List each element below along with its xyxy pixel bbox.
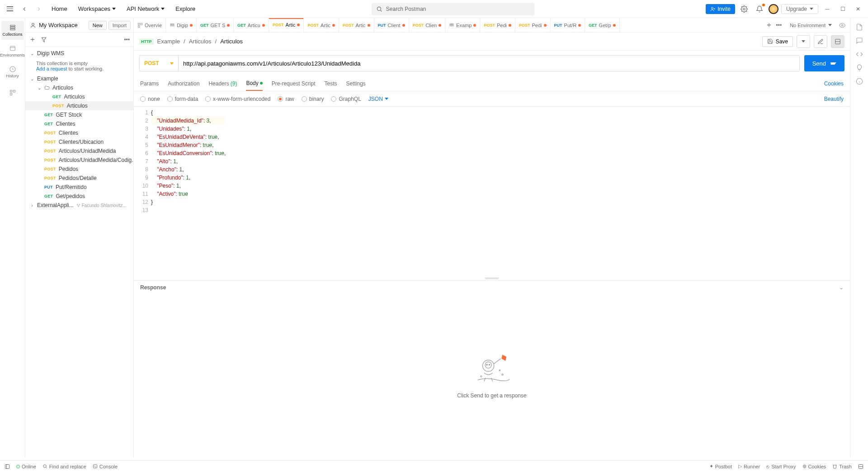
workspace-selector[interactable]: My Workspace [25,22,82,28]
new-button[interactable]: New [89,21,107,30]
request-row[interactable]: GETGet/pedidos [25,192,133,201]
tab[interactable]: GETArticu [234,18,269,32]
svg-rect-6 [10,25,15,27]
request-tab-pre-request-script[interactable]: Pre-request Script [272,77,316,90]
tab-more-icon[interactable]: ••• [776,22,782,28]
layout-button[interactable] [831,35,844,48]
tab[interactable]: POSTArtic [339,18,374,32]
collection-row[interactable]: ⌄Digip WMS [25,49,133,58]
tab[interactable]: Digip [166,18,197,32]
search-input[interactable]: Search Postman [372,3,534,15]
tab[interactable]: Examp [445,18,480,32]
comments-icon[interactable] [856,37,863,44]
more-icon[interactable]: ••• [124,37,130,43]
import-button[interactable]: Import [108,21,131,30]
chevron-down-icon[interactable]: ⌄ [839,284,844,291]
back-icon[interactable] [18,3,31,15]
invite-button[interactable]: Invite [706,4,735,14]
tab[interactable]: POSTClien [409,18,446,32]
request-row[interactable]: GETGET Stock [25,110,133,119]
tab[interactable]: POSTPedi [515,18,551,32]
request-row[interactable]: GETArticulos [25,92,133,101]
tab[interactable]: PUTClient [374,18,409,32]
tab[interactable]: PUTPut/R [551,18,585,32]
request-row[interactable]: POSTArticulos/UnidadMedida [25,146,133,156]
tab[interactable]: POSTPedi [480,18,515,32]
share-button[interactable] [814,35,827,48]
request-tab-params[interactable]: Params [140,77,159,90]
code-icon[interactable] [856,51,863,58]
info-icon[interactable] [856,78,863,85]
window-minimize[interactable]: ─ [821,3,834,15]
nav-home[interactable]: Home [47,0,72,18]
forward-icon[interactable] [33,3,45,15]
crumb-0[interactable]: Example [157,38,180,45]
body-type-none[interactable]: none [140,96,160,102]
tab[interactable]: GETGET S [197,18,234,32]
request-tab-settings[interactable]: Settings [346,77,366,90]
leftbar-environments[interactable]: Environments [1,42,24,61]
settings-icon[interactable] [738,3,750,15]
body-type-form-data[interactable]: form-data [167,96,198,102]
hamburger-icon[interactable] [4,3,16,15]
splitter-handle[interactable] [134,277,850,280]
request-row[interactable]: POSTArticulos/UnidadMedida/Codig... [25,156,133,165]
docs-icon[interactable] [856,24,863,31]
url-input[interactable] [178,55,800,71]
unsaved-dot-icon [613,24,616,27]
crumb-2[interactable]: Articulos [220,38,243,45]
save-button[interactable]: Save [762,36,793,47]
user-avatar[interactable] [769,4,778,14]
request-tab-headers[interactable]: Headers (9) [208,77,237,90]
environment-selector[interactable]: No Environment [790,23,832,28]
leftbar-configure[interactable] [1,83,24,102]
upgrade-button[interactable]: Upgrade [781,4,818,14]
request-row[interactable]: GETClientes [25,119,133,128]
save-dropdown[interactable] [797,35,810,48]
body-type-raw[interactable]: raw [278,96,294,102]
beautify-link[interactable]: Beautify [824,96,844,102]
nav-workspaces[interactable]: Workspaces [74,0,120,18]
nav-apinetwork[interactable]: API Network [122,0,169,18]
nav-explore[interactable]: Explore [171,0,200,18]
request-row[interactable]: POSTArticulos [25,101,133,110]
send-button[interactable]: Send [804,55,844,71]
cookies-link[interactable]: Cookies [824,77,844,90]
leftbar-history[interactable]: History [1,62,24,81]
request-row[interactable]: PUTPut/Remitido [25,183,133,192]
request-row[interactable]: POSTPedidos/Detalle [25,174,133,183]
tab[interactable]: POSTArtic [304,18,339,32]
lightbulb-icon[interactable] [856,64,863,71]
body-type-x-www-form-urlencoded[interactable]: x-www-form-urlencoded [205,96,270,102]
collection-row[interactable]: ›ExternalAppli... Facundo Shlamovitz... [25,201,133,210]
notifications-icon[interactable] [753,3,766,15]
filter-icon[interactable] [41,37,47,43]
unsaved-dot-icon [332,24,335,27]
body-type-GraphQL[interactable]: GraphQL [331,96,361,102]
request-row[interactable]: POSTPedidos [25,165,133,174]
method-badge: POST [273,23,284,27]
body-type-binary[interactable]: binary [302,96,324,102]
tab[interactable]: POSTArtic [269,18,304,32]
window-maximize[interactable]: ☐ [836,3,849,15]
leftbar-collections[interactable]: Collections [1,21,24,40]
add-request-link[interactable]: Add a request [36,66,67,71]
body-format-dropdown[interactable]: JSON [368,96,388,102]
request-row[interactable]: POSTClientes/Ubicacion [25,137,133,146]
env-quicklook-icon[interactable] [839,22,845,28]
chevron-down-icon [810,8,813,10]
request-tab-body[interactable]: Body [246,76,262,91]
add-collection-icon[interactable]: ＋ [29,35,36,44]
collection-row[interactable]: ⌄Example [25,74,133,83]
request-tab-authorization[interactable]: Authorization [168,77,199,90]
crumb-1[interactable]: Articulos [189,38,212,45]
method-dropdown[interactable]: POST [139,55,178,71]
window-close[interactable]: ✕ [852,3,864,15]
request-row[interactable]: POSTClientes [25,128,133,137]
body-editor[interactable]: 12345678910111213 {····"UnidadMedida_Id"… [134,107,850,277]
new-tab-icon[interactable]: ＋ [765,20,773,30]
folder-row[interactable]: ⌄Articulos [25,83,133,92]
tab[interactable]: Overvie [134,18,166,32]
tab[interactable]: GETGet/p [585,18,619,32]
request-tab-tests[interactable]: Tests [324,77,337,90]
